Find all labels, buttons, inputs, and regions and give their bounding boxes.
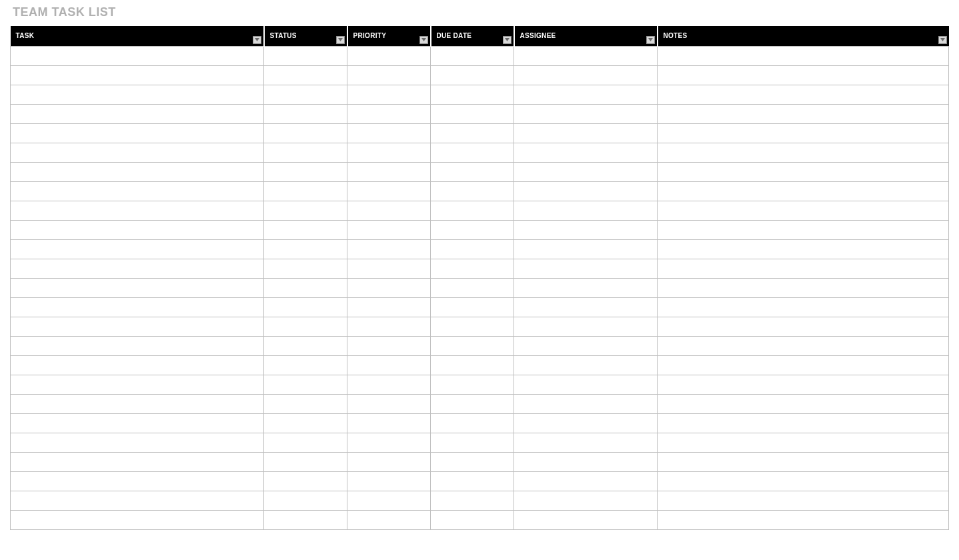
cell-due_date[interactable] bbox=[431, 143, 514, 162]
cell-assignee[interactable] bbox=[514, 123, 658, 143]
cell-due_date[interactable] bbox=[431, 65, 514, 85]
cell-priority[interactable] bbox=[347, 491, 431, 510]
cell-task[interactable] bbox=[11, 239, 264, 259]
cell-assignee[interactable] bbox=[514, 336, 658, 355]
cell-task[interactable] bbox=[11, 413, 264, 433]
cell-status[interactable] bbox=[264, 317, 347, 336]
cell-assignee[interactable] bbox=[514, 317, 658, 336]
cell-priority[interactable] bbox=[347, 297, 431, 317]
cell-due_date[interactable] bbox=[431, 104, 514, 123]
cell-notes[interactable] bbox=[658, 143, 949, 162]
cell-priority[interactable] bbox=[347, 278, 431, 297]
cell-status[interactable] bbox=[264, 355, 347, 375]
cell-notes[interactable] bbox=[658, 181, 949, 201]
cell-assignee[interactable] bbox=[514, 471, 658, 491]
cell-due_date[interactable] bbox=[431, 181, 514, 201]
cell-notes[interactable] bbox=[658, 452, 949, 471]
cell-status[interactable] bbox=[264, 278, 347, 297]
cell-due_date[interactable] bbox=[431, 162, 514, 181]
cell-task[interactable] bbox=[11, 355, 264, 375]
cell-due_date[interactable] bbox=[431, 491, 514, 510]
cell-priority[interactable] bbox=[347, 123, 431, 143]
cell-assignee[interactable] bbox=[514, 433, 658, 452]
cell-notes[interactable] bbox=[658, 375, 949, 394]
cell-priority[interactable] bbox=[347, 452, 431, 471]
cell-due_date[interactable] bbox=[431, 394, 514, 413]
cell-notes[interactable] bbox=[658, 433, 949, 452]
cell-due_date[interactable] bbox=[431, 317, 514, 336]
cell-status[interactable] bbox=[264, 452, 347, 471]
cell-due_date[interactable] bbox=[431, 336, 514, 355]
cell-priority[interactable] bbox=[347, 181, 431, 201]
cell-status[interactable] bbox=[264, 46, 347, 65]
cell-status[interactable] bbox=[264, 220, 347, 239]
cell-assignee[interactable] bbox=[514, 201, 658, 220]
cell-notes[interactable] bbox=[658, 297, 949, 317]
cell-due_date[interactable] bbox=[431, 297, 514, 317]
cell-status[interactable] bbox=[264, 491, 347, 510]
cell-priority[interactable] bbox=[347, 46, 431, 65]
cell-assignee[interactable] bbox=[514, 375, 658, 394]
cell-priority[interactable] bbox=[347, 162, 431, 181]
cell-task[interactable] bbox=[11, 297, 264, 317]
cell-status[interactable] bbox=[264, 181, 347, 201]
cell-priority[interactable] bbox=[347, 394, 431, 413]
cell-assignee[interactable] bbox=[514, 278, 658, 297]
cell-assignee[interactable] bbox=[514, 452, 658, 471]
cell-assignee[interactable] bbox=[514, 143, 658, 162]
cell-status[interactable] bbox=[264, 201, 347, 220]
cell-notes[interactable] bbox=[658, 162, 949, 181]
cell-priority[interactable] bbox=[347, 259, 431, 278]
cell-priority[interactable] bbox=[347, 433, 431, 452]
cell-task[interactable] bbox=[11, 65, 264, 85]
cell-status[interactable] bbox=[264, 104, 347, 123]
cell-task[interactable] bbox=[11, 471, 264, 491]
cell-due_date[interactable] bbox=[431, 471, 514, 491]
cell-status[interactable] bbox=[264, 123, 347, 143]
cell-notes[interactable] bbox=[658, 104, 949, 123]
cell-priority[interactable] bbox=[347, 355, 431, 375]
cell-task[interactable] bbox=[11, 433, 264, 452]
cell-assignee[interactable] bbox=[514, 259, 658, 278]
cell-task[interactable] bbox=[11, 491, 264, 510]
cell-priority[interactable] bbox=[347, 85, 431, 104]
cell-priority[interactable] bbox=[347, 104, 431, 123]
cell-task[interactable] bbox=[11, 317, 264, 336]
cell-notes[interactable] bbox=[658, 259, 949, 278]
filter-button-task[interactable] bbox=[253, 36, 261, 44]
cell-notes[interactable] bbox=[658, 123, 949, 143]
cell-priority[interactable] bbox=[347, 336, 431, 355]
cell-task[interactable] bbox=[11, 143, 264, 162]
cell-task[interactable] bbox=[11, 123, 264, 143]
cell-priority[interactable] bbox=[347, 220, 431, 239]
cell-task[interactable] bbox=[11, 394, 264, 413]
cell-status[interactable] bbox=[264, 297, 347, 317]
filter-button-due-date[interactable] bbox=[503, 36, 512, 44]
cell-task[interactable] bbox=[11, 375, 264, 394]
cell-task[interactable] bbox=[11, 181, 264, 201]
cell-due_date[interactable] bbox=[431, 433, 514, 452]
cell-status[interactable] bbox=[264, 239, 347, 259]
cell-due_date[interactable] bbox=[431, 239, 514, 259]
cell-notes[interactable] bbox=[658, 394, 949, 413]
cell-notes[interactable] bbox=[658, 317, 949, 336]
cell-due_date[interactable] bbox=[431, 413, 514, 433]
cell-due_date[interactable] bbox=[431, 85, 514, 104]
cell-assignee[interactable] bbox=[514, 239, 658, 259]
cell-task[interactable] bbox=[11, 201, 264, 220]
cell-due_date[interactable] bbox=[431, 259, 514, 278]
cell-task[interactable] bbox=[11, 104, 264, 123]
cell-due_date[interactable] bbox=[431, 123, 514, 143]
cell-status[interactable] bbox=[264, 413, 347, 433]
cell-status[interactable] bbox=[264, 162, 347, 181]
cell-assignee[interactable] bbox=[514, 394, 658, 413]
cell-notes[interactable] bbox=[658, 336, 949, 355]
cell-priority[interactable] bbox=[347, 65, 431, 85]
filter-button-notes[interactable] bbox=[938, 36, 947, 44]
cell-assignee[interactable] bbox=[514, 491, 658, 510]
cell-notes[interactable] bbox=[658, 471, 949, 491]
cell-status[interactable] bbox=[264, 433, 347, 452]
cell-notes[interactable] bbox=[658, 201, 949, 220]
cell-status[interactable] bbox=[264, 259, 347, 278]
cell-due_date[interactable] bbox=[431, 46, 514, 65]
